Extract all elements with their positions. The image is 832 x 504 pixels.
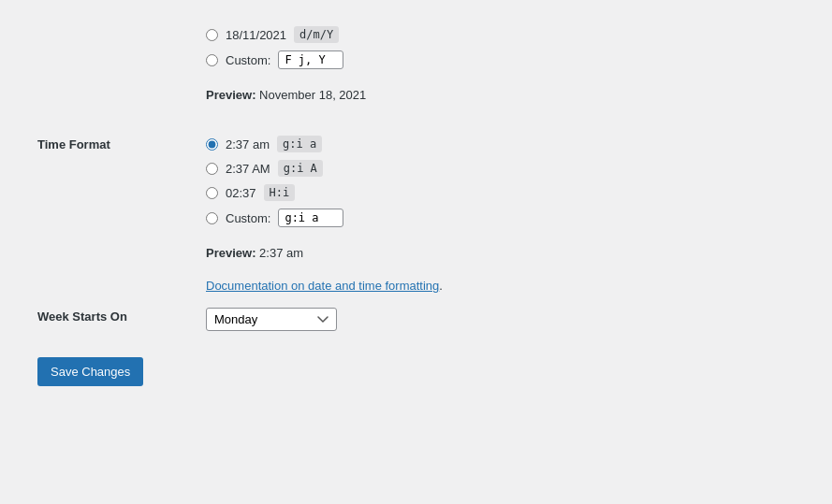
week-starts-on-select[interactable]: Sunday Monday Tuesday Wednesday Thursday… [206,308,337,331]
time-custom-input[interactable] [278,209,343,227]
time-label-opt1[interactable]: 2:37 am [226,137,270,151]
week-starts-on-row: Week Starts On Sunday Monday Tuesday Wed… [28,300,804,338]
time-option-1: 2:37 am g:i a [206,136,795,152]
time-label-opt3[interactable]: 02:37 [226,186,256,200]
time-preview-label-empty [28,235,197,271]
doc-link-paragraph: Documentation on date and time formattin… [206,279,795,293]
section-gap [28,113,804,128]
time-code-opt3: H:i [264,184,296,201]
time-radio-custom[interactable] [206,212,218,224]
date-preview-row: Preview: November 18, 2021 [28,77,804,113]
save-changes-button[interactable]: Save Changes [37,357,143,386]
date-format-label-empty [28,19,197,77]
date-radio-opt1[interactable] [206,29,218,41]
time-option-2: 2:37 AM g:i A [206,160,795,177]
time-radio-opt3[interactable] [206,187,218,199]
date-preview-label-empty [28,77,197,113]
settings-panel: 18/11/2021 d/m/Y Custom: Pre [0,0,832,414]
doc-link[interactable]: Documentation on date and time formattin… [206,279,439,293]
time-preview-value: 2:37 am [259,246,303,260]
time-option-custom: Custom: [206,209,795,227]
date-preview-value: November 18, 2021 [259,88,366,102]
date-label-custom[interactable]: Custom: [226,53,270,67]
date-code-opt1: d/m/Y [294,26,339,43]
time-format-row: Time Format 2:37 am g:i a 2:37 AM g:i A [28,128,804,235]
date-format-options-cell: 18/11/2021 d/m/Y Custom: [197,19,804,77]
time-code-opt2: g:i A [278,160,323,177]
date-custom-input[interactable] [278,50,343,69]
time-radio-opt2[interactable] [206,163,218,175]
date-preview-label: Preview: [206,88,255,102]
week-starts-on-cell: Sunday Monday Tuesday Wednesday Thursday… [197,300,804,338]
doc-link-cell: Documentation on date and time formattin… [197,271,804,300]
date-format-row-1: 18/11/2021 d/m/Y Custom: [28,19,804,77]
time-label-opt2[interactable]: 2:37 AM [226,162,270,176]
time-preview-text: Preview: 2:37 am [206,246,795,260]
time-radio-group: 2:37 am g:i a 2:37 AM g:i A 02:37 H:i [206,136,795,227]
doc-link-suffix: . [439,279,443,293]
week-select-wrapper: Sunday Monday Tuesday Wednesday Thursday… [206,308,795,331]
time-radio-opt1[interactable] [206,138,218,151]
time-preview-label: Preview: [206,246,255,260]
time-format-options-cell: 2:37 am g:i a 2:37 AM g:i A 02:37 H:i [197,128,804,235]
settings-table: 18/11/2021 d/m/Y Custom: Pre [28,19,804,338]
week-starts-on-label: Week Starts On [28,300,197,338]
date-option-1: 18/11/2021 d/m/Y [206,26,795,43]
time-format-label: Time Format [28,128,197,235]
doc-link-label-empty [28,271,197,300]
time-code-opt1: g:i a [277,136,322,152]
time-preview-row: Preview: 2:37 am [28,235,804,271]
date-label-opt1[interactable]: 18/11/2021 [226,28,286,42]
time-preview-cell: Preview: 2:37 am [197,235,804,271]
date-radio-group: 18/11/2021 d/m/Y Custom: [206,26,795,69]
date-preview-cell: Preview: November 18, 2021 [197,77,804,113]
date-radio-custom[interactable] [206,54,218,66]
doc-link-row: Documentation on date and time formattin… [28,271,804,300]
time-label-custom[interactable]: Custom: [226,211,270,225]
time-option-3: 02:37 H:i [206,184,795,201]
date-option-custom: Custom: [206,50,795,69]
date-preview-text: Preview: November 18, 2021 [206,88,795,102]
